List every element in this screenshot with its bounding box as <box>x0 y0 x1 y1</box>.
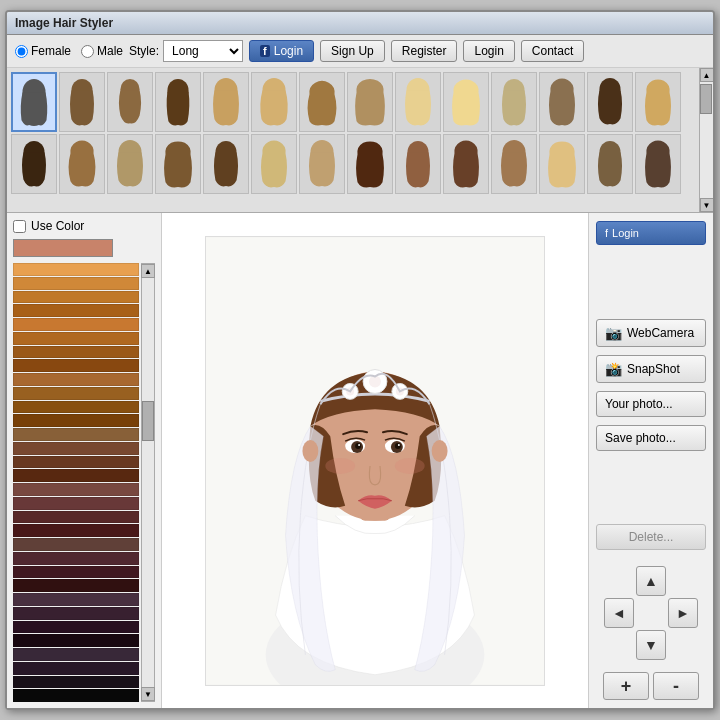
color-strip-8[interactable] <box>13 373 139 386</box>
fb-login-button[interactable]: f Login <box>249 40 314 62</box>
female-radio[interactable] <box>15 45 28 58</box>
snapshot-button[interactable]: 📸 SnapShot <box>596 355 706 383</box>
color-strip-27[interactable] <box>13 634 139 647</box>
color-strip-9[interactable] <box>13 387 139 400</box>
color-strip-30[interactable] <box>13 676 139 689</box>
photo-area <box>205 236 545 686</box>
color-strip-17[interactable] <box>13 497 139 510</box>
hair-thumb-25[interactable] <box>491 134 537 194</box>
color-strip-19[interactable] <box>13 524 139 537</box>
hair-thumb-16[interactable] <box>59 134 105 194</box>
color-strip-10[interactable] <box>13 401 139 414</box>
gallery-scroll-thumb[interactable] <box>700 84 712 114</box>
color-strip-16[interactable] <box>13 483 139 496</box>
color-strip-1[interactable] <box>13 277 139 290</box>
male-radio-label[interactable]: Male <box>81 44 123 58</box>
nav-right-button[interactable]: ► <box>668 598 698 628</box>
hair-thumb-27[interactable] <box>587 134 633 194</box>
hair-thumb-20[interactable] <box>251 134 297 194</box>
hair-thumb-11[interactable] <box>491 72 537 132</box>
nav-down-button[interactable]: ▼ <box>636 630 666 660</box>
color-strip-21[interactable] <box>13 552 139 565</box>
style-dropdown[interactable]: Long Short Medium Curly Wavy <box>163 40 243 62</box>
svg-point-34 <box>325 458 355 474</box>
hair-thumb-1[interactable] <box>11 72 57 132</box>
fb-icon: f <box>260 45 270 57</box>
signup-button[interactable]: Sign Up <box>320 40 385 62</box>
hair-thumb-7[interactable] <box>299 72 345 132</box>
hair-thumb-9[interactable] <box>395 72 441 132</box>
use-color-row: Use Color <box>13 219 155 233</box>
color-strip-18[interactable] <box>13 511 139 524</box>
hair-thumb-18[interactable] <box>155 134 201 194</box>
color-swatch[interactable] <box>13 239 113 257</box>
style-label: Style: <box>129 44 159 58</box>
female-radio-label[interactable]: Female <box>15 44 71 58</box>
hair-thumb-6[interactable] <box>251 72 297 132</box>
hair-thumb-24[interactable] <box>443 134 489 194</box>
color-strip-0[interactable] <box>13 263 139 276</box>
palette-scroll-up[interactable]: ▲ <box>141 264 155 278</box>
hair-thumb-15[interactable] <box>11 134 57 194</box>
save-photo-button[interactable]: Save photo... <box>596 425 706 451</box>
color-strip-29[interactable] <box>13 662 139 675</box>
color-strip-25[interactable] <box>13 607 139 620</box>
color-strip-26[interactable] <box>13 621 139 634</box>
zoom-in-button[interactable]: + <box>603 672 649 700</box>
hair-thumb-10[interactable] <box>443 72 489 132</box>
color-strip-4[interactable] <box>13 318 139 331</box>
hair-thumb-5[interactable] <box>203 72 249 132</box>
hair-thumb-22[interactable] <box>347 134 393 194</box>
color-strip-15[interactable] <box>13 469 139 482</box>
nav-up-button[interactable]: ▲ <box>636 566 666 596</box>
hair-thumb-17[interactable] <box>107 134 153 194</box>
hair-thumb-14[interactable] <box>635 72 681 132</box>
gallery-scroll-up[interactable]: ▲ <box>700 68 714 82</box>
nav-left-button[interactable]: ◄ <box>604 598 634 628</box>
fb-share-icon: f <box>605 227 608 239</box>
hair-thumb-23[interactable] <box>395 134 441 194</box>
hair-thumb-26[interactable] <box>539 134 585 194</box>
zoom-row: + - <box>603 672 699 700</box>
center-panel <box>162 213 588 708</box>
color-strip-7[interactable] <box>13 359 139 372</box>
color-strip-28[interactable] <box>13 648 139 661</box>
hair-thumb-28[interactable] <box>635 134 681 194</box>
style-select-group: Style: Long Short Medium Curly Wavy <box>129 40 243 62</box>
palette-scroll-down[interactable]: ▼ <box>141 687 155 701</box>
color-strip-12[interactable] <box>13 428 139 441</box>
save-photo-label: Save photo... <box>605 431 676 445</box>
hair-thumb-21[interactable] <box>299 134 345 194</box>
color-strip-31[interactable] <box>13 689 139 702</box>
hair-thumb-4[interactable] <box>155 72 201 132</box>
color-strip-11[interactable] <box>13 414 139 427</box>
fb-share-button[interactable]: f Login <box>596 221 706 245</box>
your-photo-button[interactable]: Your photo... <box>596 391 706 417</box>
palette-scroll-thumb[interactable] <box>142 401 154 441</box>
hair-thumb-2[interactable] <box>59 72 105 132</box>
color-strip-5[interactable] <box>13 332 139 345</box>
webcamera-button[interactable]: 📷 WebCamera <box>596 319 706 347</box>
zoom-out-button[interactable]: - <box>653 672 699 700</box>
fb-login-label: Login <box>274 44 303 58</box>
color-strip-2[interactable] <box>13 291 139 304</box>
gallery-scroll-down[interactable]: ▼ <box>700 198 714 212</box>
color-strip-6[interactable] <box>13 346 139 359</box>
register-button[interactable]: Register <box>391 40 458 62</box>
color-strip-3[interactable] <box>13 304 139 317</box>
contact-button[interactable]: Contact <box>521 40 584 62</box>
color-strip-22[interactable] <box>13 566 139 579</box>
color-strip-24[interactable] <box>13 593 139 606</box>
hair-thumb-12[interactable] <box>539 72 585 132</box>
color-strip-14[interactable] <box>13 456 139 469</box>
male-radio[interactable] <box>81 45 94 58</box>
hair-thumb-13[interactable] <box>587 72 633 132</box>
hair-thumb-19[interactable] <box>203 134 249 194</box>
login-button[interactable]: Login <box>463 40 514 62</box>
hair-thumb-3[interactable] <box>107 72 153 132</box>
color-strip-13[interactable] <box>13 442 139 455</box>
color-strip-23[interactable] <box>13 579 139 592</box>
color-strip-20[interactable] <box>13 538 139 551</box>
hair-thumb-8[interactable] <box>347 72 393 132</box>
use-color-checkbox[interactable] <box>13 220 26 233</box>
